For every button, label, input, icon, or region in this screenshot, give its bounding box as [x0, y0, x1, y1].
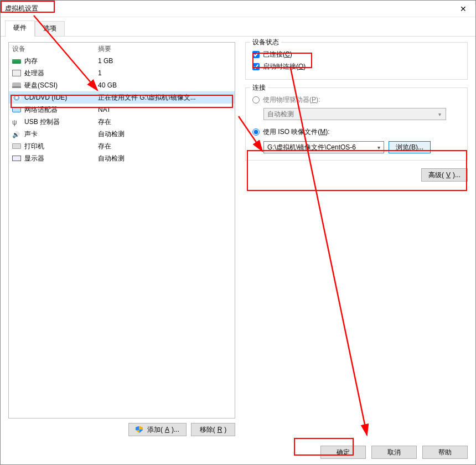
cancel-button[interactable]: 取消	[371, 446, 417, 459]
cd-icon	[12, 94, 21, 101]
device-row-sound[interactable]: 声卡 自动检测	[9, 128, 235, 140]
network-icon	[12, 107, 21, 112]
use-iso-row: 使用 ISO 映像文件(M):	[252, 126, 461, 138]
device-row-memory[interactable]: 内存 1 GB	[9, 55, 235, 67]
tab-hardware[interactable]: 硬件	[5, 20, 35, 37]
left-panel: 设备 摘要 内存 1 GB 处理器 1 硬盘(SCSI) 40 GB CD/DV…	[8, 42, 235, 437]
use-physical-radio[interactable]	[252, 96, 260, 104]
titlebar: 虚拟机设置 ✕	[1, 1, 475, 17]
connect-at-poweron-label[interactable]: 启动时连接(O)	[263, 62, 306, 71]
device-row-network[interactable]: 网络适配器 NAT	[9, 104, 235, 116]
close-button[interactable]: ✕	[451, 1, 475, 17]
memory-icon	[12, 59, 21, 64]
device-status-group: 设备状态 已连接(C) 启动时连接(O)	[245, 42, 468, 80]
connection-group: 连接 使用物理驱动器(P): 自动检测 使用 ISO 映像文件(M):	[245, 87, 468, 161]
advanced-row: 高级(V)...	[245, 168, 468, 182]
add-button[interactable]: 添加(A)...	[128, 423, 187, 436]
remove-button[interactable]: 移除(R)	[191, 423, 235, 436]
device-row-printer[interactable]: 打印机 存在	[9, 140, 235, 152]
iso-path-combo[interactable]: G:\虚拟机\镜像文件\CentOS-6	[263, 141, 384, 153]
device-row-display[interactable]: 显示器 自动检测	[9, 152, 235, 164]
browse-button[interactable]: 浏览(B)...	[389, 141, 431, 153]
connect-at-poweron-row: 启动时连接(O)	[252, 60, 461, 73]
connected-label[interactable]: 已连接(C)	[263, 50, 292, 59]
display-icon	[12, 156, 21, 161]
dialog-body: 设备 摘要 内存 1 GB 处理器 1 硬盘(SCSI) 40 GB CD/DV…	[1, 37, 475, 464]
device-list-header: 设备 摘要	[9, 43, 235, 55]
right-panel: 设备状态 已连接(C) 启动时连接(O) 连接	[245, 42, 468, 437]
help-button[interactable]: 帮助	[422, 446, 468, 459]
device-row-usb[interactable]: USB 控制器 存在	[9, 116, 235, 128]
connection-title: 连接	[250, 83, 268, 92]
sound-icon	[12, 131, 21, 137]
connect-at-poweron-checkbox[interactable]	[252, 63, 260, 70]
use-iso-label[interactable]: 使用 ISO 映像文件(M):	[263, 127, 330, 137]
physical-drive-combo[interactable]: 自动检测	[263, 108, 446, 120]
tab-options[interactable]: 选项	[35, 21, 65, 37]
iso-controls: G:\虚拟机\镜像文件\CentOS-6 浏览(B)...	[263, 141, 461, 153]
use-physical-row: 使用物理驱动器(P):	[252, 94, 461, 106]
vm-settings-window: 虚拟机设置 ✕ 硬件 选项 设备 摘要 内存 1 GB 处理器	[0, 0, 476, 465]
close-icon: ✕	[460, 4, 467, 13]
printer-icon	[12, 143, 21, 149]
device-status-title: 设备状态	[250, 38, 281, 47]
device-list: 设备 摘要 内存 1 GB 处理器 1 硬盘(SCSI) 40 GB CD/DV…	[8, 42, 235, 418]
tab-strip: 硬件 选项	[1, 17, 475, 37]
device-row-hdd[interactable]: 硬盘(SCSI) 40 GB	[9, 79, 235, 91]
left-buttons: 添加(A)... 移除(R)	[8, 423, 235, 436]
footer-buttons: 确定 取消 帮助	[320, 446, 468, 459]
device-row-cpu[interactable]: 处理器 1	[9, 67, 235, 79]
connected-checkbox[interactable]	[252, 51, 260, 58]
usb-icon	[12, 118, 21, 125]
col-summary: 摘要	[98, 44, 235, 54]
ok-button[interactable]: 确定	[320, 446, 366, 459]
use-iso-radio[interactable]	[252, 128, 260, 136]
connected-row: 已连接(C)	[252, 48, 461, 60]
device-row-cdrom[interactable]: CD/DVD (IDE) 正在使用文件 G:\虚拟机\镜像文...	[9, 91, 235, 104]
use-physical-label[interactable]: 使用物理驱动器(P):	[263, 95, 320, 105]
window-title: 虚拟机设置	[5, 4, 38, 13]
col-device: 设备	[12, 44, 98, 54]
hdd-icon	[12, 82, 21, 88]
advanced-button[interactable]: 高级(V)...	[421, 168, 468, 182]
cpu-icon	[12, 70, 21, 76]
